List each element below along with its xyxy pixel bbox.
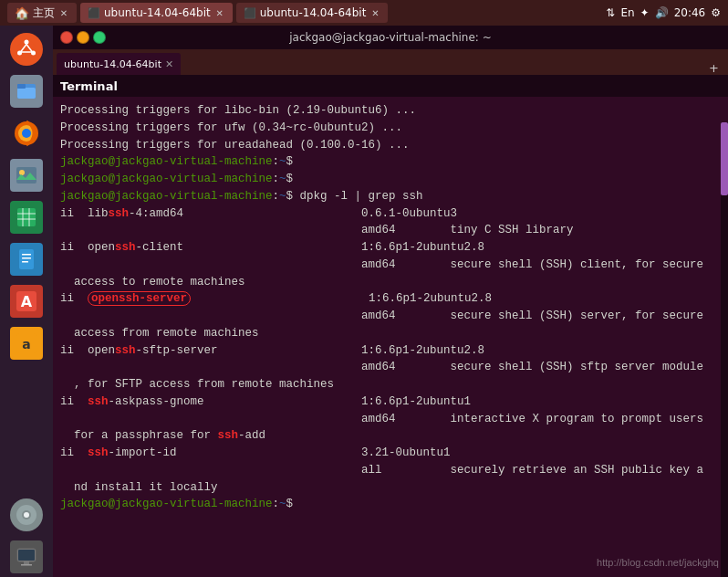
tab2-icon: ⬛ (244, 7, 256, 19)
term-line-19: amd64 interactive X program to prompt us… (60, 411, 721, 428)
terminal-title: jackgao@jackgao-virtual-machine: ~ (289, 31, 492, 44)
terminal-window: jackgao@jackgao-virtual-machine: ~ ubunt… (53, 26, 728, 577)
svg-point-11 (19, 170, 25, 175)
system-tray: ⇅ En ✦ 🔊 20:46 ⚙ (606, 6, 721, 19)
terminal-tab-1-close[interactable]: ✕ (165, 58, 173, 70)
window-maximize-button[interactable] (93, 31, 106, 44)
terminal-tab-1[interactable]: ubuntu-14.04-64bit ✕ (57, 53, 181, 75)
sidebar-icon-firefox[interactable] (6, 113, 47, 153)
term-line-7: ii libssh-4:amd64 0.6.1-0ubuntu3 (60, 205, 721, 223)
watermark: http://blog.csdn.net/jackghq (597, 555, 719, 571)
svg-text:A: A (21, 293, 33, 310)
settings-icon (10, 498, 43, 531)
term-line-12: ii openssh-server 1:6.6p1-2ubuntu2.8 (60, 290, 721, 308)
tab1-label: ubuntu-14.04-64bit (104, 6, 211, 19)
term-line-22: all securely retrieve an SSH public key … (60, 462, 721, 479)
files-icon (10, 75, 43, 108)
window-minimize-button[interactable] (77, 31, 89, 44)
ubuntu-logo (10, 33, 43, 66)
settings-gear-icon[interactable]: ⚙ (711, 6, 721, 19)
taskbar-tab1[interactable]: ⬛ ubuntu-14.04-64bit ✕ (80, 3, 233, 23)
sidebar-icon-files[interactable] (6, 71, 47, 111)
terminal-tab-controls: + (709, 61, 724, 75)
home-icon: 🏠 (15, 6, 29, 20)
firefox-icon (10, 117, 43, 150)
term-line-8: amd64 tiny C SSH library (60, 222, 721, 239)
home-label: 主页 (33, 5, 55, 21)
term-line-23: nd install it locally (60, 479, 721, 497)
svg-rect-5 (17, 88, 36, 99)
taskbar: 🏠 主页 ✕ ⬛ ubuntu-14.04-64bit ✕ ⬛ ubuntu-1… (0, 0, 728, 26)
term-line-24: jackgao@jackgao-virtual-machine:~$ (60, 496, 721, 513)
terminal-tab-1-label: ubuntu-14.04-64bit (64, 58, 161, 70)
term-line-20: for a passphrase for ssh-add (60, 427, 721, 445)
svg-rect-19 (22, 257, 31, 259)
sidebar-icon-amazon[interactable]: a (6, 323, 47, 363)
term-line-16: amd64 secure shell (SSH) sftp server mod… (60, 359, 721, 376)
terminal-label: Terminal (60, 79, 118, 93)
sidebar-icon-settings[interactable] (6, 495, 47, 535)
keyboard-layout: En (620, 6, 634, 19)
svg-point-1 (25, 40, 29, 45)
spreadsheet-icon (10, 201, 43, 234)
clock: 20:46 (674, 6, 706, 19)
term-line-14: access from remote machines (60, 325, 721, 342)
term-line-3: Processing triggers for ureadahead (0.10… (60, 137, 721, 154)
term-line-11: access to remote machines (60, 274, 721, 291)
svg-rect-12 (17, 208, 36, 226)
window-close-button[interactable] (60, 31, 73, 44)
svg-text:a: a (22, 337, 30, 351)
sidebar-icon-computer[interactable] (6, 537, 47, 577)
sidebar-icon-ubuntu[interactable] (6, 29, 47, 69)
svg-rect-30 (24, 561, 29, 564)
tab1-close-icon[interactable]: ✕ (214, 7, 225, 18)
term-line-4: jackgao@jackgao-virtual-machine:~$ (60, 153, 721, 171)
term-line-10: amd64 secure shell (SSH) client, for sec… (60, 257, 721, 274)
scrollbar-thumb[interactable] (721, 122, 728, 195)
svg-point-9 (22, 129, 31, 138)
svg-rect-20 (22, 261, 28, 263)
image-viewer-icon (10, 159, 43, 192)
sidebar-icon-document[interactable] (6, 239, 47, 279)
terminal-output[interactable]: Processing triggers for libc-bin (2.19-0… (53, 97, 728, 577)
tab1-icon: ⬛ (88, 7, 100, 19)
svg-rect-31 (21, 564, 32, 566)
term-line-15: ii openssh-sftp-server 1:6.6p1-2ubuntu2.… (60, 342, 721, 360)
terminal-scrollbar[interactable] (721, 122, 728, 577)
amazon-icon: a (10, 327, 43, 360)
term-line-2: Processing triggers for ufw (0.34~rc-0ub… (60, 120, 721, 137)
computer-icon (10, 540, 43, 573)
sort-icon: ⇅ (606, 6, 615, 19)
bluetooth-icon: ✦ (640, 6, 650, 19)
svg-rect-6 (17, 84, 26, 89)
svg-rect-18 (22, 254, 31, 256)
svg-rect-10 (16, 167, 36, 184)
svg-rect-32 (18, 550, 35, 561)
app-store-icon: A (10, 285, 43, 318)
taskbar-home[interactable]: 🏠 主页 ✕ (7, 3, 77, 23)
term-line-5: jackgao@jackgao-virtual-machine:~$ (60, 171, 721, 188)
svg-rect-17 (19, 249, 34, 269)
terminal-tab-bar: ubuntu-14.04-64bit ✕ + (53, 49, 728, 75)
volume-icon: 🔊 (655, 6, 669, 19)
svg-point-27 (24, 512, 29, 518)
term-line-21: ii ssh-import-id 3.21-0ubuntu1 (60, 445, 721, 462)
taskbar-tab2[interactable]: ⬛ ubuntu-14.04-64bit ✕ (236, 3, 389, 23)
sidebar-icon-image-viewer[interactable] (6, 155, 47, 195)
document-icon (10, 243, 43, 276)
tab2-close-icon[interactable]: ✕ (369, 7, 380, 18)
term-line-6: jackgao@jackgao-virtual-machine:~$ dpkg … (60, 188, 721, 205)
tab2-label: ubuntu-14.04-64bit (260, 6, 367, 19)
sidebar: A a (0, 26, 53, 577)
term-line-9: ii openssh-client 1:6.6p1-2ubuntu2.8 (60, 239, 721, 257)
term-line-1: Processing triggers for libc-bin (2.19-0… (60, 102, 721, 120)
term-line-13: amd64 secure shell (SSH) server, for sec… (60, 308, 721, 325)
new-tab-icon[interactable]: + (709, 61, 719, 75)
term-line-17: , for SFTP access from remote machines (60, 376, 721, 393)
sidebar-icon-app-store[interactable]: A (6, 281, 47, 321)
home-close-icon[interactable]: ✕ (58, 7, 69, 18)
sidebar-icon-spreadsheet[interactable] (6, 197, 47, 237)
term-line-18: ii ssh-askpass-gnome 1:6.6p1-2ubuntu1 (60, 393, 721, 411)
